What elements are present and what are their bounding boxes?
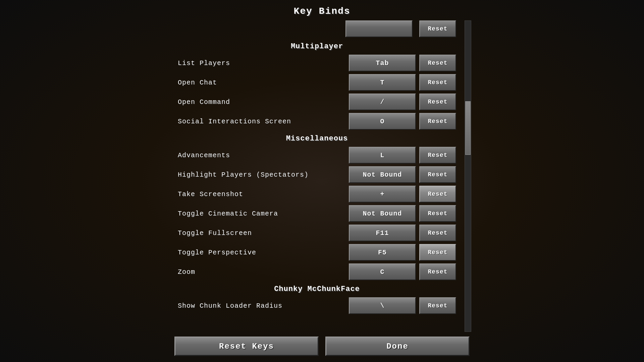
key-zoom[interactable]: C: [349, 263, 416, 280]
key-open-command[interactable]: /: [349, 94, 416, 110]
key-take-screenshot[interactable]: +: [349, 186, 416, 202]
label-zoom: Zoom: [178, 268, 349, 276]
reset-toggle-perspective[interactable]: Reset: [419, 244, 456, 261]
keybind-row-chunk-loader: Show Chunk Loader Radius \ Reset: [178, 296, 456, 315]
key-toggle-cinematic[interactable]: Not Bound: [349, 205, 416, 222]
reset-take-screenshot[interactable]: Reset: [419, 186, 456, 202]
label-toggle-fullscreen: Toggle Fullscreen: [178, 229, 349, 237]
reset-advancements[interactable]: Reset: [419, 147, 456, 164]
partial-reset-btn[interactable]: Reset: [419, 20, 456, 37]
label-toggle-cinematic: Toggle Cinematic Camera: [178, 210, 349, 218]
keybind-row-open-chat: Open Chat T Reset: [178, 73, 456, 92]
keybind-row-toggle-perspective: Toggle Perspective F5 Reset: [178, 243, 456, 262]
reset-list-players[interactable]: Reset: [419, 55, 456, 71]
key-toggle-fullscreen[interactable]: F11: [349, 225, 416, 241]
reset-chunk-loader[interactable]: Reset: [419, 297, 456, 314]
reset-keys-button[interactable]: Reset Keys: [174, 337, 319, 356]
section-header-miscellaneous: Miscellaneous: [178, 131, 456, 145]
partial-key[interactable]: [345, 20, 413, 37]
key-advancements[interactable]: L: [349, 147, 416, 164]
keybind-row-toggle-cinematic: Toggle Cinematic Camera Not Bound Reset: [178, 204, 456, 223]
reset-toggle-cinematic[interactable]: Reset: [419, 205, 456, 222]
key-chunk-loader[interactable]: \: [349, 297, 416, 314]
content-area: Reset Multiplayer List Players Tab Reset…: [171, 20, 463, 332]
label-open-command: Open Command: [178, 98, 349, 106]
scrollbar-track[interactable]: [465, 20, 471, 332]
key-highlight-players[interactable]: Not Bound: [349, 166, 416, 183]
keybind-row-toggle-fullscreen: Toggle Fullscreen F11 Reset: [178, 223, 456, 243]
page-title: Key Binds: [0, 0, 644, 20]
label-highlight-players: Highlight Players (Spectators): [178, 171, 349, 179]
keybind-row-social-interactions: Social Interactions Screen O Reset: [178, 112, 456, 131]
keybind-row-zoom: Zoom C Reset: [178, 262, 456, 282]
section-header-chunky: Chunky McChunkFace: [178, 282, 456, 296]
done-button[interactable]: Done: [325, 337, 470, 356]
reset-highlight-players[interactable]: Reset: [419, 166, 456, 183]
reset-open-command[interactable]: Reset: [419, 94, 456, 110]
keybind-row-highlight-players: Highlight Players (Spectators) Not Bound…: [178, 165, 456, 184]
scrollbar-thumb[interactable]: [465, 101, 471, 155]
reset-toggle-fullscreen[interactable]: Reset: [419, 225, 456, 241]
key-list-players[interactable]: Tab: [349, 55, 416, 71]
reset-social-interactions[interactable]: Reset: [419, 113, 456, 130]
page-wrapper: Key Binds Reset Multiplayer List Players…: [0, 0, 644, 362]
keybind-row-list-players: List Players Tab Reset: [178, 53, 456, 73]
key-social-interactions[interactable]: O: [349, 113, 416, 130]
label-list-players: List Players: [178, 59, 349, 67]
bottom-bar: Reset Keys Done: [0, 332, 644, 362]
key-toggle-perspective[interactable]: F5: [349, 244, 416, 261]
section-header-multiplayer: Multiplayer: [178, 39, 456, 53]
label-open-chat: Open Chat: [178, 79, 349, 86]
label-social-interactions: Social Interactions Screen: [178, 118, 349, 125]
label-toggle-perspective: Toggle Perspective: [178, 249, 349, 256]
reset-open-chat[interactable]: Reset: [419, 74, 456, 91]
key-open-chat[interactable]: T: [349, 74, 416, 91]
scroll-container: Reset Multiplayer List Players Tab Reset…: [171, 20, 473, 332]
label-chunk-loader: Show Chunk Loader Radius: [178, 302, 349, 310]
top-partial-row: Reset: [178, 20, 456, 39]
keybind-row-take-screenshot: Take Screenshot + Reset: [178, 184, 456, 204]
keybind-row-advancements: Advancements L Reset: [178, 145, 456, 165]
keybind-row-open-command: Open Command / Reset: [178, 92, 456, 112]
reset-zoom[interactable]: Reset: [419, 263, 456, 280]
label-advancements: Advancements: [178, 152, 349, 159]
label-take-screenshot: Take Screenshot: [178, 190, 349, 198]
